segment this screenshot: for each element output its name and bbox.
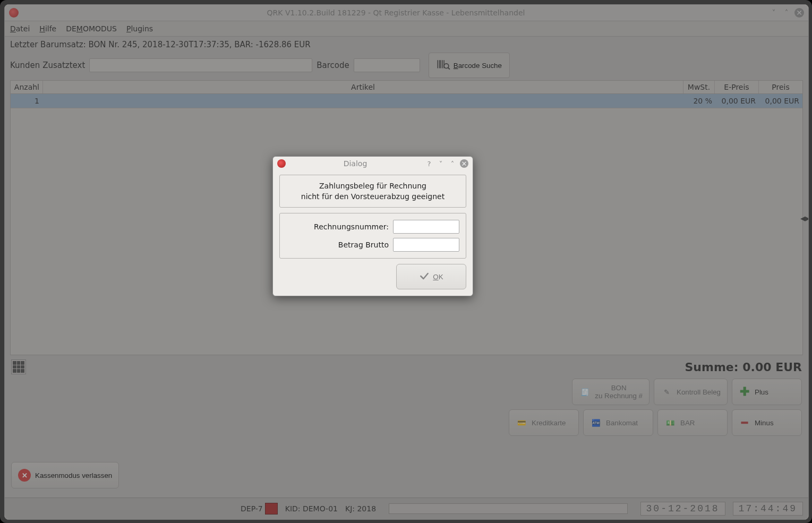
- dialog-titlebar: Dialog ? ˅ ˄ ✕: [273, 157, 473, 170]
- rechnungsnummer-input[interactable]: [393, 220, 459, 234]
- dialog-maximize-icon[interactable]: ˄: [448, 159, 457, 168]
- dialog-info-line2: nicht für den Vorsteuerabzug geeignet: [286, 192, 459, 201]
- rechnungsnummer-label: Rechnungsnummer:: [286, 222, 389, 231]
- dialog-ok-button[interactable]: OK: [396, 264, 466, 289]
- check-icon: [419, 271, 430, 283]
- dialog-close-icon[interactable]: ✕: [460, 159, 468, 168]
- dialog-minimize-icon[interactable]: ˅: [437, 159, 445, 168]
- betrag-brutto-input[interactable]: [393, 238, 459, 252]
- dialog-title: Dialog: [286, 159, 425, 168]
- dialog-app-icon: [277, 159, 286, 168]
- dialog-info-line1: Zahlungsbeleg für Rechnung: [286, 182, 459, 190]
- dialog-backdrop: Dialog ? ˅ ˄ ✕ Zahlungsbeleg für Rechnun…: [5, 5, 808, 519]
- dialog-info-box: Zahlungsbeleg für Rechnung nicht für den…: [279, 175, 466, 208]
- main-window: QRK V1.10.2.Build 181229 - Qt Registrier…: [4, 4, 809, 520]
- betrag-brutto-label: Betrag Brutto: [286, 241, 389, 249]
- payment-dialog: Dialog ? ˅ ˄ ✕ Zahlungsbeleg für Rechnun…: [272, 156, 473, 296]
- dialog-help-icon[interactable]: ?: [425, 159, 433, 168]
- dialog-form-box: Rechnungsnummer: Betrag Brutto: [279, 213, 466, 259]
